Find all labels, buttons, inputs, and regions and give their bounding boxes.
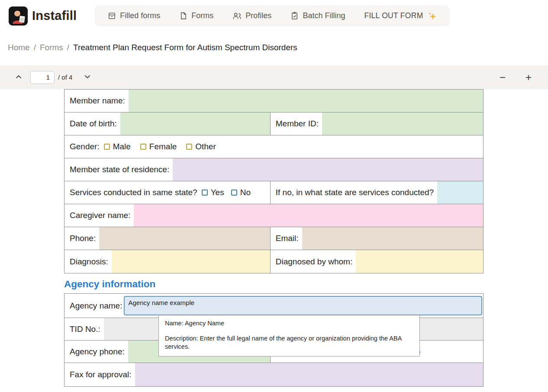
diagnosed-by-label: Diagnosed by whom:: [271, 257, 352, 267]
checkbox-icon[interactable]: [202, 190, 208, 196]
same-state-option-no[interactable]: No: [231, 188, 251, 197]
filled-forms-icon: [108, 12, 116, 20]
brand: Instafill: [9, 6, 77, 26]
member-name-label: Member name:: [64, 96, 125, 106]
main-nav: Filled forms Forms Profiles: [95, 6, 449, 26]
page-down-button[interactable]: [82, 72, 93, 83]
tid-label: TID No.:: [64, 325, 100, 334]
gender-option-female[interactable]: Female: [140, 142, 177, 151]
caregiver-field[interactable]: [134, 204, 483, 227]
agency-table-wrapper: Agency name: TID No.: Agency phone: Is v…: [64, 293, 484, 387]
form-row-services: Services conducted in same state? Yes No…: [64, 181, 483, 204]
zoom-controls: − +: [496, 71, 535, 84]
field-tooltip: Name: Agency Name Description: Enter the…: [158, 315, 420, 357]
fax-label: Fax for approval:: [64, 370, 132, 379]
sparkle-icon: [427, 11, 437, 21]
dob-label: Date of birth:: [64, 119, 117, 129]
gender-option-other[interactable]: Other: [186, 142, 216, 151]
fax-field[interactable]: [135, 363, 483, 386]
member-id-field[interactable]: [322, 112, 483, 135]
nav-fill-out-form-label: FILL OUT FORM: [364, 11, 423, 20]
dob-field[interactable]: [120, 112, 270, 135]
chevron-up-icon: [15, 74, 23, 81]
checkbox-icon[interactable]: [140, 144, 146, 150]
tooltip-field-description: Description: Enter the full legal name o…: [165, 334, 413, 351]
gender-label: Gender:: [64, 142, 100, 151]
same-state-yes-label: Yes: [211, 188, 224, 197]
form-row-caregiver: Caregiver name:: [64, 204, 483, 227]
tooltip-field-name: Name: Agency Name: [165, 319, 413, 328]
diagnosed-by-field[interactable]: [356, 250, 483, 273]
nav-filled-forms-label: Filled forms: [120, 11, 160, 20]
phone-label: Phone:: [64, 234, 96, 243]
batch-filling-icon: [290, 12, 299, 20]
member-info-table: Member name: Date of birth: Member ID: G…: [64, 89, 484, 273]
page-up-button[interactable]: [13, 72, 24, 83]
agency-name-label: Agency name:: [64, 301, 122, 311]
page-number-input[interactable]: [30, 71, 55, 84]
chevron-down-icon: [84, 74, 91, 81]
form-row-member-name: Member name:: [64, 90, 483, 112]
breadcrumb-home[interactable]: Home: [8, 43, 30, 52]
if-no-state-label: If no, in what state are services conduc…: [271, 188, 434, 197]
nav-forms-label: Forms: [191, 11, 213, 20]
page-count-label: / of 4: [58, 74, 72, 81]
nav-profiles[interactable]: Profiles: [223, 6, 281, 26]
profiles-icon: [232, 12, 242, 20]
if-no-state-field[interactable]: [437, 181, 483, 204]
breadcrumb-separator: /: [67, 43, 69, 52]
breadcrumb-forms[interactable]: Forms: [40, 43, 63, 52]
form-row-agency-name: Agency name:: [64, 294, 483, 318]
nav-forms[interactable]: Forms: [170, 6, 223, 26]
gender-option-male[interactable]: Male: [104, 142, 131, 151]
app-header: Instafill Filled forms Forms: [0, 0, 548, 32]
member-name-field[interactable]: [129, 90, 483, 112]
agency-phone-label: Agency phone:: [64, 347, 125, 357]
brand-logo-image: [9, 6, 28, 26]
state-field[interactable]: [173, 158, 483, 181]
nav-fill-out-form[interactable]: FILL OUT FORM: [355, 6, 446, 26]
nav-filled-forms[interactable]: Filled forms: [98, 6, 170, 26]
form-row-diagnosis: Diagnosis: Diagnosed by whom:: [64, 250, 483, 273]
form-row-fax: Fax for approval:: [64, 363, 483, 386]
caregiver-label: Caregiver name:: [64, 211, 130, 220]
pdf-page: Member name: Date of birth: Member ID: G…: [64, 89, 484, 387]
breadcrumb-separator: /: [34, 43, 36, 52]
breadcrumb: Home / Forms / Treatment Plan Request Fo…: [0, 32, 548, 52]
checkbox-icon[interactable]: [231, 190, 237, 196]
form-row-state: Member state of residence:: [64, 158, 483, 181]
email-label: Email:: [271, 234, 299, 243]
checkbox-icon[interactable]: [186, 144, 192, 150]
gender-option-other-label: Other: [195, 142, 216, 151]
breadcrumb-current-page: Treatment Plan Request Form for Autism S…: [73, 43, 297, 52]
zoom-out-button[interactable]: −: [496, 71, 509, 84]
form-row-phone-email: Phone: Email:: [64, 227, 483, 250]
nav-profiles-label: Profiles: [245, 11, 271, 20]
diagnosis-field[interactable]: [112, 250, 270, 273]
same-state-option-yes[interactable]: Yes: [202, 188, 224, 197]
agency-section-heading: Agency information: [64, 279, 484, 290]
form-row-gender: Gender: Male Female Other: [64, 135, 483, 158]
nav-batch-filling[interactable]: Batch Filling: [281, 6, 355, 26]
form-row-dob-memberid: Date of birth: Member ID:: [64, 112, 483, 135]
forms-icon: [179, 12, 187, 20]
diagnosis-label: Diagnosis:: [64, 257, 108, 267]
brand-logo[interactable]: [9, 6, 28, 26]
agency-name-input[interactable]: [124, 296, 482, 315]
zoom-in-button[interactable]: +: [522, 71, 535, 84]
brand-name[interactable]: Instafill: [32, 9, 77, 23]
same-state-no-label: No: [240, 188, 251, 197]
nav-batch-filling-label: Batch Filling: [303, 11, 345, 20]
email-field[interactable]: [302, 227, 483, 250]
checkbox-icon[interactable]: [104, 144, 110, 150]
gender-option-female-label: Female: [149, 142, 177, 151]
same-state-label: Services conducted in same state?: [64, 188, 197, 197]
pdf-viewer-toolbar: / of 4 − +: [0, 65, 548, 89]
member-id-label: Member ID:: [271, 119, 319, 129]
state-label: Member state of residence:: [64, 165, 169, 174]
phone-field[interactable]: [99, 227, 270, 250]
gender-option-male-label: Male: [113, 142, 131, 151]
